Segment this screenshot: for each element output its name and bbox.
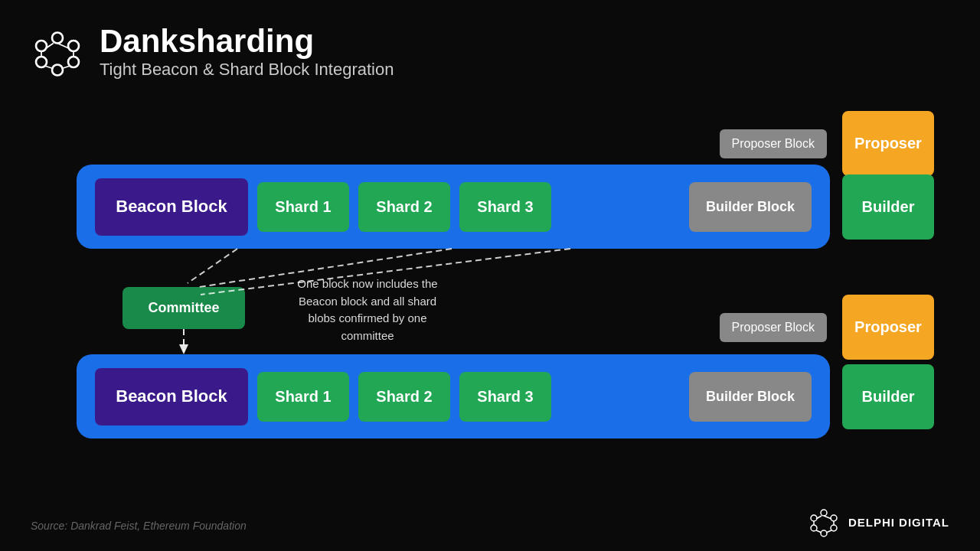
main-title: Danksharding — [100, 23, 394, 60]
shard1-block-2: Shard 1 — [257, 372, 349, 422]
row-1-wrapper: Beacon Block Shard 1 Shard 2 Shard 3 Bui… — [77, 165, 934, 249]
svg-line-14 — [188, 249, 237, 283]
shard3-block-2: Shard 3 — [459, 372, 551, 422]
builder-block-2: Builder Block — [689, 372, 812, 422]
committee-box: Committee — [122, 287, 245, 329]
svg-line-25 — [826, 530, 831, 533]
description-text: One block now includes the Beacon block … — [283, 276, 452, 344]
svg-point-17 — [821, 510, 827, 516]
blue-container-2: Beacon Block Shard 1 Shard 2 Shard 3 Bui… — [77, 354, 830, 439]
svg-point-4 — [36, 57, 47, 67]
blue-container-1: Beacon Block Shard 1 Shard 2 Shard 3 Bui… — [77, 165, 830, 249]
svg-point-1 — [68, 41, 79, 51]
builder-box-2: Builder — [842, 364, 934, 429]
shard1-block-1: Shard 1 — [257, 182, 349, 232]
beacon-block-2: Beacon Block — [95, 368, 248, 425]
shard2-block-2: Shard 2 — [358, 372, 450, 422]
svg-marker-16 — [179, 344, 188, 354]
svg-point-2 — [68, 57, 79, 67]
svg-point-19 — [831, 525, 837, 531]
svg-point-0 — [52, 33, 63, 44]
sub-title: Tight Beacon & Shard Block Integration — [100, 60, 394, 80]
svg-line-26 — [816, 530, 822, 533]
row-2-wrapper: Beacon Block Shard 1 Shard 2 Shard 3 Bui… — [77, 354, 934, 439]
top-proposer-block: Proposer Block — [720, 129, 828, 158]
title-block: Danksharding Tight Beacon & Shard Block … — [100, 23, 394, 80]
mid-proposer-box: Proposer — [842, 295, 934, 360]
svg-point-22 — [811, 515, 817, 521]
mid-right-proposer: Proposer Block Proposer — [720, 295, 935, 360]
header: Danksharding Tight Beacon & Shard Block … — [31, 23, 394, 80]
svg-point-20 — [821, 530, 827, 536]
svg-point-3 — [52, 65, 63, 76]
builder-box-1: Builder — [842, 174, 934, 240]
svg-point-21 — [811, 525, 817, 531]
svg-point-5 — [36, 41, 47, 51]
shard3-block-1: Shard 3 — [459, 182, 551, 232]
builder-block-1: Builder Block — [689, 182, 812, 232]
footer-logo: DELPHI DIGITAL — [808, 507, 949, 537]
svg-point-18 — [831, 515, 837, 521]
arrows-overlay — [0, 0, 980, 551]
delphi-logo-icon — [31, 24, 84, 78]
beacon-block-1: Beacon Block — [95, 178, 248, 236]
footer-logo-text: DELPHI DIGITAL — [848, 516, 949, 529]
source-text: Source: Dankrad Feist, Ethereum Foundati… — [31, 520, 247, 532]
footer-delphi-icon — [808, 507, 839, 537]
shard2-block-1: Shard 2 — [358, 182, 450, 232]
mid-proposer-block: Proposer Block — [720, 313, 828, 342]
